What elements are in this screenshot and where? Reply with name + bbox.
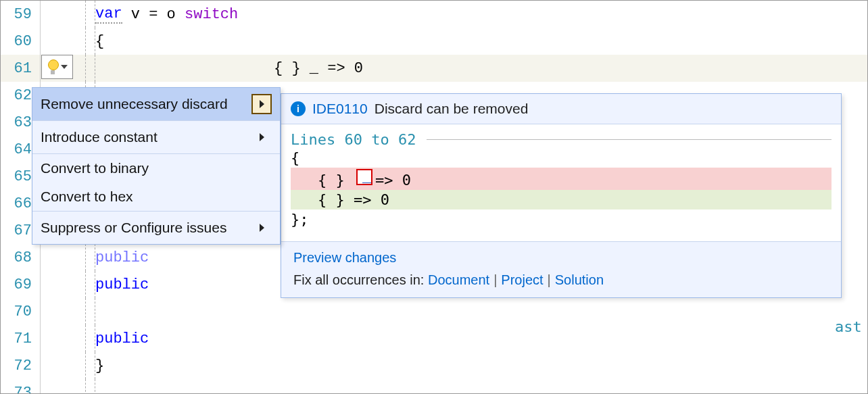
fix-scope-link[interactable]: Solution <box>555 272 604 287</box>
quick-action-label: Suppress or Configure issues <box>41 220 226 236</box>
code-line[interactable]: 60 { <box>1 28 867 55</box>
code-line[interactable]: 70 <box>1 298 867 325</box>
quick-action-label: Remove unnecessary discard <box>41 96 228 112</box>
quick-action-item[interactable]: Convert to binary <box>32 153 280 182</box>
preview-header: i IDE0110 Discard can be removed <box>281 94 841 124</box>
fix-all-label: Fix all occurrences in: <box>293 272 424 287</box>
quick-action-label: Convert to binary <box>41 160 149 176</box>
code-text[interactable] <box>95 379 867 394</box>
lightbulb-icon <box>47 59 58 74</box>
code-line[interactable]: 73 <box>1 379 867 394</box>
line-number: 71 <box>1 325 40 352</box>
fix-preview-panel: i IDE0110 Discard can be removed Lines 6… <box>281 93 842 298</box>
chevron-right-icon <box>260 224 264 232</box>
chevron-down-icon <box>61 65 68 69</box>
diff-context-line: { <box>291 148 831 168</box>
preview-changes-link[interactable]: Preview changes <box>293 250 396 266</box>
gutter <box>40 298 95 325</box>
separator: | <box>489 272 501 287</box>
code-text[interactable]: } <box>95 352 867 379</box>
line-number: 59 <box>1 1 40 28</box>
gutter <box>40 28 95 55</box>
quick-action-item[interactable]: Convert to hex <box>32 182 280 211</box>
diff-removed-line: { } => 0 <box>291 168 831 190</box>
line-number: 61 <box>1 55 40 82</box>
fix-scope-link[interactable]: Project <box>501 272 543 287</box>
line-number: 73 <box>1 379 40 394</box>
code-line[interactable]: 72 } <box>1 352 867 379</box>
diagnostic-message: Discard can be removed <box>375 101 529 117</box>
preview-footer: Preview changes Fix all occurrences in: … <box>281 241 841 297</box>
separator: | <box>544 272 555 287</box>
diff-added-line: { } => 0 <box>291 190 831 210</box>
fix-all-row: Fix all occurrences in: Document|Project… <box>293 272 829 288</box>
quick-action-label: Introduce constant <box>41 129 158 145</box>
line-number: 72 <box>1 352 40 379</box>
line-number: 69 <box>1 271 40 298</box>
quick-action-item[interactable]: Introduce constant <box>32 120 280 153</box>
code-text[interactable]: public <box>95 325 867 352</box>
quick-actions-menu: Remove unnecessary discardIntroduce cons… <box>32 87 281 245</box>
gutter <box>40 271 95 298</box>
quick-action-item[interactable]: Suppress or Configure issues <box>32 211 280 244</box>
gutter <box>40 244 95 271</box>
code-line[interactable]: 59 var v = o switch <box>1 1 867 28</box>
code-text[interactable]: var v = o switch <box>95 1 867 28</box>
diff-context-line: }; <box>291 210 831 229</box>
submenu-indicator <box>251 218 272 238</box>
line-number: 68 <box>1 244 40 271</box>
submenu-indicator <box>251 94 272 114</box>
code-line[interactable]: 71 public <box>1 325 867 352</box>
diagnostic-id[interactable]: IDE0110 <box>312 101 368 117</box>
line-number: 70 <box>1 298 40 325</box>
code-text[interactable] <box>95 298 867 325</box>
code-token-class: ast <box>835 318 862 335</box>
info-icon: i <box>291 101 306 116</box>
gutter <box>40 379 95 394</box>
gutter <box>40 325 95 352</box>
gutter <box>40 352 95 379</box>
chevron-right-icon <box>260 100 264 108</box>
code-text[interactable]: { <box>95 28 867 55</box>
diff-lines-label: Lines 60 to 62 <box>291 131 831 148</box>
chevron-right-icon <box>260 133 264 141</box>
code-text[interactable]: { } _ => 0 <box>95 55 867 82</box>
fix-scope-link[interactable]: Document <box>428 272 489 287</box>
line-number: 60 <box>1 28 40 55</box>
gutter <box>40 1 95 28</box>
quick-actions-lightbulb[interactable] <box>41 55 73 79</box>
quick-action-item[interactable]: Remove unnecessary discard <box>32 88 280 120</box>
code-editor[interactable]: 59 var v = o switch60 {61 { } _ => 062 6… <box>1 1 867 393</box>
submenu-indicator <box>251 127 272 147</box>
highlighted-discard-icon <box>356 169 372 185</box>
preview-diff: Lines 60 to 62 { { } => 0 { } => 0 }; <box>281 124 841 241</box>
quick-action-label: Convert to hex <box>41 189 133 205</box>
code-line[interactable]: 61 { } _ => 0 <box>1 55 867 82</box>
